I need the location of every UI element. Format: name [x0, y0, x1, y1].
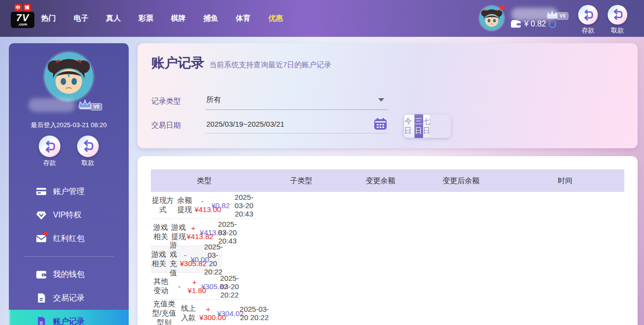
- cell-time: 2025-03-20 20:43: [231, 193, 257, 218]
- avatar[interactable]: [44, 52, 93, 101]
- sidebar-item-red-packet[interactable]: 红利红包: [9, 227, 129, 250]
- deposit-button[interactable]: 存款: [36, 135, 63, 167]
- withdraw-icon: [608, 5, 627, 25]
- nav-menu: 热门 电子 真人 彩票 棋牌 捕鱼 体育 优惠: [41, 0, 283, 37]
- nav-item-4[interactable]: 棋牌: [171, 14, 186, 23]
- date-filter-row: 交易日期 2025/03/19~2025/03/21: [151, 117, 388, 134]
- cell-after-balance: ¥0.00: [191, 255, 204, 264]
- nav-item-1[interactable]: 电子: [74, 14, 88, 23]
- sidebar-item-account-manage[interactable]: 账户管理: [9, 180, 129, 203]
- sidebar: V0 最后登入2025-03-21 08:20 存款 取款 账户管理: [9, 43, 129, 325]
- withdraw-button[interactable]: 取款: [74, 135, 102, 167]
- withdraw-label: 取款: [74, 159, 102, 167]
- cell-time: 2025-03-20 20:22: [240, 305, 269, 322]
- table-row-3[interactable]: 其他变动 - +¥1.80 ¥305.82 2025-03-20 20:22: [151, 273, 241, 300]
- cell-change-amount: -¥305.82: [180, 251, 191, 268]
- range-button-2[interactable]: 七日: [423, 114, 430, 138]
- table-header-cell-3: 变更后余额: [416, 176, 506, 186]
- cell-after-balance: ¥304.02: [217, 309, 240, 318]
- sidebar-item-vip-privilege[interactable]: VIP特权: [9, 203, 129, 227]
- sidebar-item-my-wallet[interactable]: 我的钱包: [9, 263, 129, 286]
- deposit-button[interactable]: 存款: [574, 5, 602, 35]
- nav-item-0[interactable]: 热门: [41, 14, 56, 23]
- table-header-cell-4: 时间: [506, 176, 624, 186]
- nav-item-6[interactable]: 体育: [236, 14, 251, 23]
- page-subtitle: 当前系统支持查询最近7日的账户记录: [209, 60, 331, 72]
- brand-badge: 博: [24, 4, 31, 11]
- balance-amount: ¥ 0.82: [524, 20, 546, 28]
- record-type-value: 所有: [206, 95, 221, 104]
- sidebar-item-account-records[interactable]: 账户记录: [9, 310, 129, 325]
- table-row-0[interactable]: 提现方式 余额提现 -¥413.00 ¥0.82 2025-03-20 20:4…: [151, 192, 257, 219]
- refresh-balance-icon[interactable]: [549, 21, 556, 28]
- cell-type: 游戏相关: [151, 250, 167, 269]
- cell-change-amount: +¥300.00: [199, 305, 217, 322]
- deposit-icon: [578, 5, 598, 25]
- withdraw-button[interactable]: 取款: [604, 5, 631, 35]
- withdraw-icon: [77, 135, 99, 157]
- notification-dot: [500, 5, 504, 10]
- table-header-cell-1: 子类型: [257, 176, 345, 186]
- calendar-icon[interactable]: [374, 118, 387, 130]
- cell-subtype: 游戏提现: [170, 223, 187, 242]
- avatar[interactable]: [479, 6, 504, 30]
- record-type-filter-row: 记录类型 所有: [151, 92, 388, 110]
- sidebar-item-label: 账户记录: [53, 317, 84, 325]
- brand-tld: .com: [12, 23, 33, 27]
- sidebar-item-label: 交易记录: [53, 293, 84, 303]
- notification-dot: [44, 231, 48, 236]
- document-icon: [36, 293, 47, 303]
- cell-after-balance: ¥413.82: [200, 228, 217, 237]
- sidebar-divider: [24, 256, 114, 257]
- cell-change-amount: +¥413.82: [187, 224, 200, 241]
- table-header-cell-2: 变更余额: [345, 176, 416, 186]
- record-type-select[interactable]: 所有: [205, 92, 388, 110]
- user-zone: V0 ¥ 0.82 存款 取款: [467, 0, 644, 37]
- brand-badge: 申: [15, 4, 22, 11]
- nav-item-3[interactable]: 彩票: [139, 14, 153, 23]
- table-row-2[interactable]: 游戏相关 游戏充值 -¥305.82 ¥0.00 2025-03-20 20:2…: [151, 246, 222, 273]
- nav-item-7[interactable]: 优惠: [268, 14, 283, 23]
- vip-level-indicator[interactable]: V0: [78, 98, 102, 110]
- cell-time: 2025-03-20 20:22: [204, 243, 222, 276]
- table-row-4[interactable]: 充值类型/充值型别 线上入款 +¥300.00 ¥304.02 2025-03-…: [151, 300, 269, 325]
- table-body: 提现方式 余额提现 -¥413.00 ¥0.82 2025-03-20 20:4…: [151, 192, 624, 325]
- wallet-icon: [36, 269, 47, 280]
- nav-item-2[interactable]: 真人: [106, 14, 121, 23]
- brand-logo[interactable]: 申 博 7V .com: [11, 4, 34, 28]
- cell-type: 游戏相关: [151, 223, 170, 242]
- page-title: 账户记录: [151, 54, 204, 72]
- sidebar-item-transaction-records[interactable]: 交易记录: [9, 286, 129, 310]
- table-row-1[interactable]: 游戏相关 游戏提现 +¥413.82 ¥413.82 2025-03-20 20…: [151, 219, 238, 246]
- brand-box: 7V .com: [11, 12, 34, 28]
- sidebar-item-label: VIP特权: [53, 210, 82, 220]
- transaction-date-label: 交易日期: [151, 121, 205, 130]
- vip-level-indicator[interactable]: V0: [546, 9, 568, 20]
- top-navbar: 申 博 7V .com 热门 电子 真人 彩票 棋牌 捕鱼 体育 优惠: [0, 0, 644, 37]
- date-range-input[interactable]: 2025/03/19~2025/03/21: [205, 117, 388, 134]
- sidebar-quick-actions: 存款 取款: [9, 135, 129, 167]
- nav-item-5[interactable]: 捕鱼: [203, 14, 218, 23]
- username-blurred: [28, 98, 75, 112]
- cell-after-balance: ¥0.82: [210, 201, 230, 210]
- range-button-1[interactable]: 三日: [415, 114, 423, 138]
- vip-diamond-icon: [36, 210, 47, 220]
- date-range-value: 2025/03/19~2025/03/21: [206, 120, 284, 128]
- deposit-icon: [39, 135, 60, 157]
- cell-type: 其他变动: [151, 277, 171, 296]
- sidebar-menu: 账户管理 VIP特权 红利红包 我的钱包 交易记录: [9, 180, 129, 325]
- vip-badge: V0: [557, 12, 568, 20]
- sidebar-item-label: 账户管理: [53, 187, 84, 197]
- cell-time: 2025-03-20 20:43: [217, 220, 239, 245]
- document-icon: [36, 316, 47, 325]
- withdraw-label: 取款: [604, 26, 631, 35]
- table-header-row: 类型 子类型 变更余额 变更后余额 时间: [151, 169, 624, 192]
- table-header-cell-0: 类型: [151, 176, 257, 186]
- cell-time: 2025-03-20 20:22: [218, 274, 241, 299]
- last-login-text: 最后登入2025-03-21 08:20: [9, 121, 129, 130]
- brand-name: 7V: [12, 13, 33, 23]
- deposit-label: 存款: [36, 159, 63, 167]
- page-title-row: 账户记录 当前系统支持查询最近7日的账户记录: [151, 54, 331, 72]
- range-button-0[interactable]: 今日: [404, 114, 415, 138]
- chevron-down-icon: [378, 98, 384, 102]
